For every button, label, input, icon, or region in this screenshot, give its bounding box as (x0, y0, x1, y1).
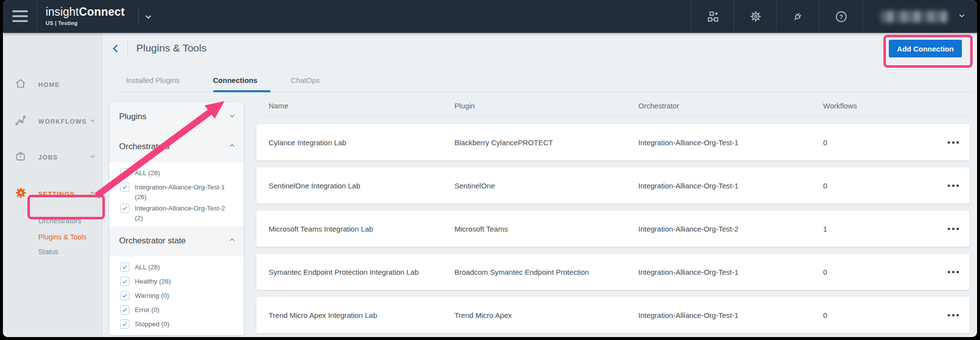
jobs-icon (14, 150, 27, 164)
filter-option-label: Warning (0) (135, 289, 228, 301)
tab-chatops[interactable]: ChatOps (291, 76, 320, 84)
filter-options-orchestrator-state: ALL (28) Healthy (28) Warning (0) Error … (109, 256, 244, 335)
checkbox-checked-icon[interactable] (120, 319, 129, 329)
logo-text: insight (46, 5, 79, 18)
cell-plugin: Microsoft Teams (454, 225, 638, 233)
sidebar-item-label: SETTINGS (38, 190, 75, 198)
svg-text:?: ? (839, 13, 843, 20)
column-header-workflows: Workflows (823, 102, 921, 110)
tab-installed-plugins[interactable]: Installed Plugins (126, 76, 179, 84)
table-row[interactable]: Cylance Integration Lab Blackberry Cylan… (256, 124, 970, 160)
hamburger-menu-icon[interactable] (12, 9, 28, 23)
cell-connection-name: Trend Micro Apex Integration Lab (269, 311, 454, 319)
sidebar-item-label: HOME (38, 81, 60, 88)
plugins-button[interactable] (776, 0, 819, 33)
filter-group-orchestrator-state[interactable]: Orchestrator state (109, 226, 244, 256)
app-switcher-icon (706, 10, 720, 23)
checkbox-checked-icon[interactable] (120, 305, 129, 314)
region-label: US | Testing (46, 20, 125, 26)
filter-checkbox-option[interactable]: ALL (28) (120, 261, 244, 275)
divider (138, 8, 139, 24)
cell-plugin: Broadcom Symantec Endpoint Protection (454, 268, 638, 276)
sidebar-item-jobs[interactable]: JOBS (3, 148, 102, 166)
chevron-up-icon (89, 189, 96, 198)
filter-group-plugins[interactable]: Plugins (109, 102, 244, 132)
filter-panel: Plugins Orchestrators ALL (28) Integrati… (109, 102, 244, 335)
cell-plugin: SentinelOne (454, 182, 638, 190)
sidebar-item-orchestrators[interactable]: Orchestrators (3, 214, 102, 227)
checkbox-checked-icon[interactable] (120, 291, 129, 300)
filter-option-label: ALL (28) (135, 261, 228, 272)
row-actions-button[interactable] (948, 271, 970, 273)
question-circle-icon: ? (834, 10, 848, 24)
table-row[interactable]: SentinelOne Integration Lab SentinelOne … (256, 167, 970, 204)
chevron-up-icon (228, 142, 236, 152)
cell-workflows: 0 (823, 138, 921, 147)
filter-checkbox-option[interactable]: Error (0) (120, 304, 244, 317)
cell-plugin: Trend Micro Apex (454, 311, 638, 319)
settings-gear-icon (14, 186, 27, 202)
divider (127, 41, 128, 55)
app-logo[interactable]: insightConnect US | Testing (46, 5, 125, 26)
table-row[interactable]: Trend Micro Apex Integration Lab Trend M… (256, 297, 970, 333)
column-header-plugin: Plugin (454, 102, 638, 110)
main-content: Plugins & Tools Add Connection Installed… (102, 33, 977, 337)
sidebar-subitem-label: Orchestrators (38, 217, 81, 225)
settings-gear-button[interactable] (734, 0, 777, 33)
sidebar-item-home[interactable]: HOME (3, 76, 102, 93)
filter-checkbox-option[interactable]: Integration-Alliance-Org-Test-2 (2) (120, 202, 244, 223)
table-row[interactable]: Microsoft Teams Integration Lab Microsof… (256, 210, 970, 247)
cell-orchestrator: Integration-Alliance-Org-Test-1 (638, 268, 823, 276)
back-button[interactable] (110, 43, 122, 56)
gear-icon (749, 10, 762, 23)
filter-checkbox-option[interactable]: Healthy (28) (120, 275, 244, 289)
active-tab-indicator (213, 90, 271, 92)
table-header: Name Plugin Orchestrator Workflows (256, 102, 970, 110)
checkbox-checked-icon[interactable] (120, 183, 129, 192)
account-menu[interactable] (862, 0, 977, 33)
checkbox-checked-icon[interactable] (120, 168, 129, 178)
chevron-up-icon (228, 236, 236, 246)
checkbox-checked-icon[interactable] (120, 262, 129, 272)
chevron-down-icon (89, 153, 96, 161)
checkbox-checked-icon[interactable] (120, 277, 129, 286)
help-button[interactable]: ? (819, 0, 863, 33)
chevron-down-icon (228, 112, 236, 122)
row-actions-button[interactable] (948, 228, 970, 230)
sidebar-subitem-label: Plugins & Tools (38, 233, 87, 241)
sidebar-item-settings[interactable]: SETTINGS (3, 185, 102, 203)
filter-options-orchestrators: ALL (28) Integration-Alliance-Org-Test-1… (109, 162, 244, 226)
filter-group-title: Orchestrator state (119, 236, 186, 246)
row-actions-button[interactable] (948, 141, 970, 144)
add-connection-button[interactable]: Add Connection (889, 40, 962, 57)
workflows-icon (14, 114, 27, 129)
cell-connection-name: SentinelOne Integration Lab (269, 182, 454, 190)
tab-bar: Installed Plugins Connections ChatOps (126, 76, 320, 84)
row-actions-button[interactable] (948, 184, 970, 187)
sidebar-item-status[interactable]: Status (3, 245, 102, 258)
filter-option-label: Integration-Alliance-Org-Test-1 (26) (135, 181, 228, 202)
app-switcher-button[interactable] (691, 0, 734, 33)
filter-checkbox-option[interactable]: Warning (0) (120, 289, 244, 303)
cell-workflows: 0 (823, 182, 921, 190)
app-window: insightConnect US | Testing (3, 0, 977, 337)
tab-connections[interactable]: Connections (213, 76, 257, 84)
filter-group-orchestrators[interactable]: Orchestrators (109, 132, 244, 162)
cell-connection-name: Symantec Endpoint Protection Integration… (269, 268, 454, 276)
cell-plugin: Blackberry CylancePROTECT (454, 138, 638, 147)
cell-connection-name: Microsoft Teams Integration Lab (269, 225, 454, 233)
filter-checkbox-option[interactable]: Integration-Alliance-Org-Test-1 (26) (120, 181, 244, 202)
filter-checkbox-option[interactable]: ALL (28) (120, 167, 244, 181)
table-body: Cylance Integration Lab Blackberry Cylan… (256, 124, 970, 333)
page-title: Plugins & Tools (136, 42, 206, 54)
checkbox-checked-icon[interactable] (120, 204, 129, 213)
cell-workflows: 0 (823, 268, 921, 276)
table-row[interactable]: Symantec Endpoint Protection Integration… (256, 254, 970, 290)
sidebar-item-workflows[interactable]: WORKFLOWS (3, 112, 102, 130)
filter-checkbox-option[interactable]: Stopped (0) (120, 318, 244, 332)
product-switcher-chevron-icon[interactable] (144, 13, 152, 23)
row-actions-button[interactable] (948, 314, 970, 316)
top-bar: insightConnect US | Testing (3, 0, 977, 33)
redacted-username (880, 11, 947, 23)
sidebar-item-plugins-tools[interactable]: Plugins & Tools (3, 231, 102, 243)
